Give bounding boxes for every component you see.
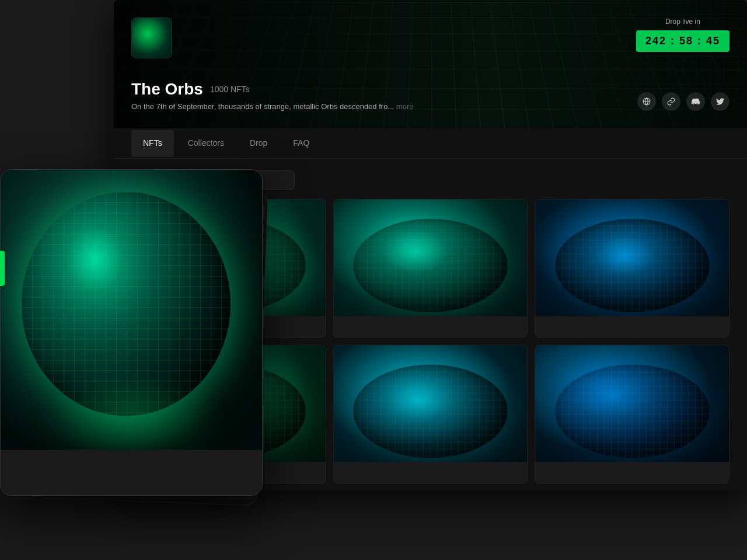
nft-info-3: [535, 316, 729, 337]
nft-image-2: [334, 200, 528, 316]
orb-glow: [44, 374, 219, 450]
mobile-card: [0, 169, 263, 496]
nav-tabs: NFTs Collectors Drop FAQ: [114, 128, 747, 159]
orb-sphere-6: [555, 365, 710, 458]
nft-info-6: [535, 462, 729, 483]
drop-timer: Drop live in 242 : 58 : 45: [636, 18, 729, 52]
collection-title: The Orbs 1000 NFTs: [131, 80, 413, 99]
nft-card-5[interactable]: [333, 345, 528, 484]
globe-icon[interactable]: [637, 92, 656, 111]
nft-card-2[interactable]: [333, 199, 528, 338]
orb-sphere-5: [353, 365, 508, 458]
tab-faq[interactable]: FAQ: [281, 130, 321, 157]
collection-description: On the 7th of September, thousands of st…: [131, 102, 413, 111]
orb-grid-3: [555, 219, 710, 312]
nft-image-3: [535, 200, 729, 316]
orb-sphere-2: [353, 219, 508, 312]
drop-label: Drop live in: [636, 18, 729, 26]
social-icons: [637, 92, 729, 111]
timer-display: 242 : 58 : 45: [636, 30, 729, 52]
nft-info-2: [334, 316, 528, 337]
nft-card-6[interactable]: [535, 345, 729, 484]
orb-grid-6: [555, 365, 710, 458]
mobile-card-image: [1, 170, 262, 450]
mobile-card-info: [1, 450, 262, 496]
green-accent-bar: [0, 251, 5, 286]
nft-image-5: [334, 345, 528, 462]
tab-nfts[interactable]: NFTs: [131, 130, 174, 157]
thumb-orb: [132, 18, 172, 58]
collection-thumbnail: [131, 18, 172, 58]
description-more[interactable]: more: [396, 102, 414, 111]
collection-name: The Orbs: [131, 80, 203, 99]
discord-icon[interactable]: [686, 92, 705, 111]
twitter-icon[interactable]: [711, 92, 729, 111]
tab-drop[interactable]: Drop: [238, 130, 279, 157]
tab-collectors[interactable]: Collectors: [176, 130, 236, 157]
hero-banner: The Orbs 1000 NFTs On the 7th of Septemb…: [114, 0, 747, 128]
orb-sphere-3: [555, 219, 710, 312]
orb-grid-5: [353, 365, 508, 458]
link-icon[interactable]: [662, 92, 680, 111]
nft-card-3[interactable]: [535, 199, 729, 338]
nft-info-5: [334, 462, 528, 483]
collection-info: The Orbs 1000 NFTs On the 7th of Septemb…: [131, 80, 413, 111]
orb-grid-2: [353, 219, 508, 312]
nft-count: 1000 NFTs: [210, 85, 250, 94]
nft-image-6: [535, 345, 729, 462]
